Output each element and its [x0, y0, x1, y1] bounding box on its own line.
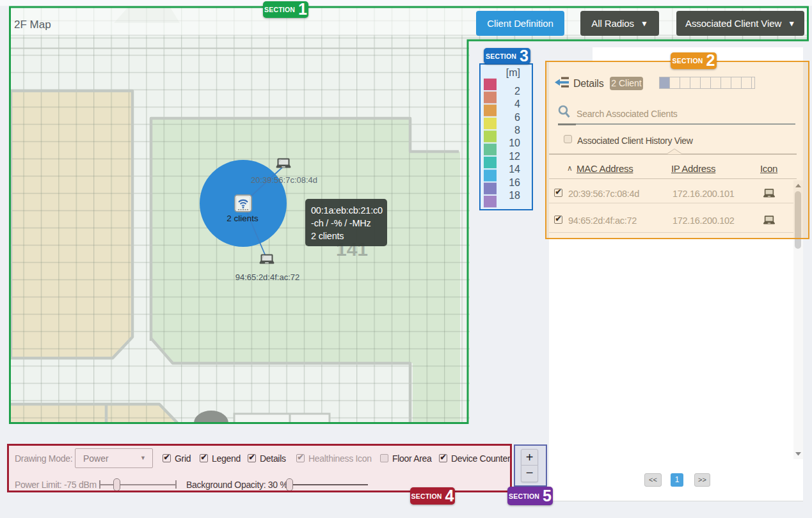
svg-text:20:39:56:7c:08:4d: 20:39:56:7c:08:4d	[251, 175, 317, 185]
svg-text:94:65:2d:4f:ac:72: 94:65:2d:4f:ac:72	[235, 272, 299, 282]
svg-text:2 clients: 2 clients	[227, 214, 259, 223]
